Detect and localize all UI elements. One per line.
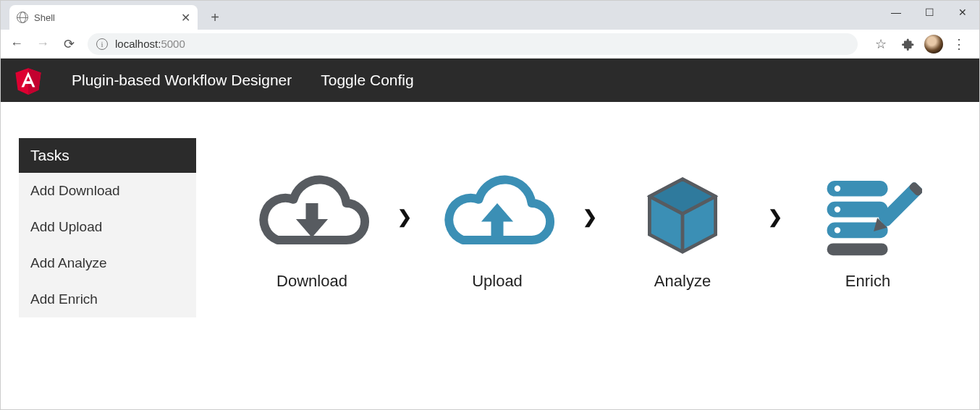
database-edit-icon xyxy=(806,172,929,259)
close-window-button[interactable]: ✕ xyxy=(946,1,979,24)
app-title[interactable]: Plugin-based Workflow Designer xyxy=(72,72,292,89)
new-tab-button[interactable]: + xyxy=(205,7,225,27)
sidebar-item-upload[interactable]: Add Upload xyxy=(19,209,196,245)
svg-point-13 xyxy=(835,186,840,192)
browser-tab-strip: Shell ✕ + ― ☐ ✕ xyxy=(1,1,979,30)
step-label: Upload xyxy=(472,272,523,291)
sidebar-item-analyze[interactable]: Add Analyze xyxy=(19,245,196,281)
maximize-button[interactable]: ☐ xyxy=(913,1,946,24)
content: Tasks Add Download Add Upload Add Analyz… xyxy=(1,102,979,332)
cloud-download-icon xyxy=(250,172,373,259)
tab-close-icon[interactable]: ✕ xyxy=(181,11,190,25)
toggle-config-link[interactable]: Toggle Config xyxy=(321,72,413,89)
chevron-right-icon: ❯ xyxy=(397,207,412,227)
svg-point-14 xyxy=(835,206,840,212)
forward-button[interactable]: → xyxy=(31,33,54,56)
bookmark-icon[interactable]: ☆ xyxy=(869,33,892,56)
step-label: Enrich xyxy=(845,272,890,291)
browser-toolbar: ← → ⟳ i localhost:5000 ☆ ⋮ xyxy=(1,30,979,59)
step-enrich: Enrich xyxy=(795,172,940,291)
profile-avatar[interactable] xyxy=(924,35,943,54)
chevron-right-icon: ❯ xyxy=(768,207,782,227)
menu-icon[interactable]: ⋮ xyxy=(947,33,971,56)
url-port: 5000 xyxy=(161,38,185,50)
step-upload: Upload xyxy=(425,172,570,291)
step-analyze: Analyze xyxy=(610,172,755,291)
globe-icon xyxy=(17,12,28,23)
svg-point-15 xyxy=(835,227,840,233)
back-button[interactable]: ← xyxy=(5,33,28,56)
url-host: localhost: xyxy=(115,38,161,50)
extensions-icon[interactable] xyxy=(897,33,920,56)
svg-rect-12 xyxy=(827,243,888,255)
info-icon: i xyxy=(96,38,108,50)
step-label: Download xyxy=(276,272,347,291)
minimize-button[interactable]: ― xyxy=(879,1,913,24)
url-text: localhost:5000 xyxy=(115,38,185,50)
sidebar-header: Tasks xyxy=(19,138,196,173)
chevron-right-icon: ❯ xyxy=(583,207,597,227)
step-download: Download xyxy=(240,172,384,291)
sidebar-item-enrich[interactable]: Add Enrich xyxy=(19,281,196,317)
toolbar-right: ☆ ⋮ xyxy=(865,33,975,56)
sidebar: Tasks Add Download Add Upload Add Analyz… xyxy=(19,138,196,317)
sidebar-item-download[interactable]: Add Download xyxy=(19,173,196,209)
app-navbar: Plugin-based Workflow Designer Toggle Co… xyxy=(1,59,979,102)
tab-title: Shell xyxy=(34,12,175,23)
cube-icon xyxy=(621,172,744,259)
angular-logo-icon xyxy=(14,64,43,96)
step-label: Analyze xyxy=(654,272,711,291)
cloud-upload-icon xyxy=(436,172,559,259)
window-controls: ― ☐ ✕ xyxy=(879,1,979,30)
reload-button[interactable]: ⟳ xyxy=(57,33,80,56)
address-bar[interactable]: i localhost:5000 xyxy=(88,33,858,55)
workflow: Download ❯ Upload ❯ xyxy=(240,138,961,317)
browser-tab[interactable]: Shell ✕ xyxy=(9,5,198,30)
